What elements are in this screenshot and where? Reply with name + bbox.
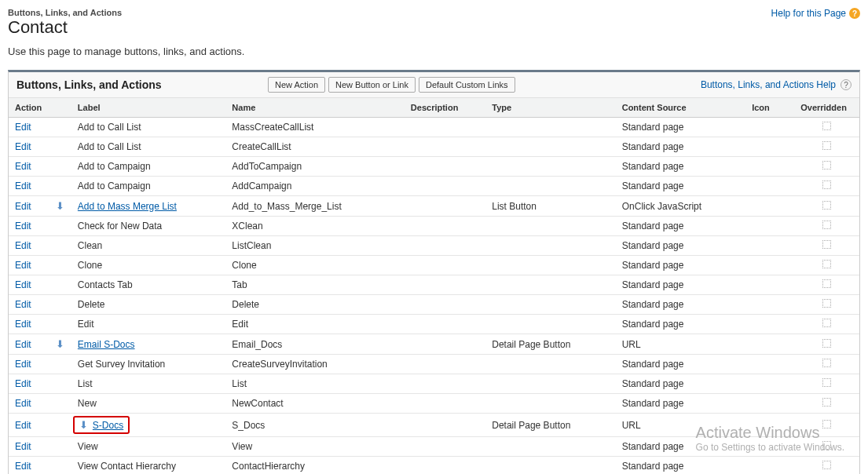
overridden-checkbox	[822, 240, 831, 249]
edit-link[interactable]: Edit	[15, 161, 31, 172]
breadcrumb: Buttons, Links, and Actions	[8, 8, 122, 17]
column-overridden: Overridden	[794, 98, 859, 118]
help-for-this-page-link[interactable]: Help for this Page ?	[771, 8, 860, 19]
help-icon: ?	[849, 8, 860, 19]
row-content-source: Standard page	[616, 437, 745, 457]
overridden-checkbox	[822, 420, 831, 428]
row-name: ContactHierarchy	[225, 457, 405, 475]
row-content-source: URL	[616, 334, 745, 355]
row-label-link[interactable]: S-Docs	[93, 420, 123, 431]
row-label: Edit	[78, 319, 94, 330]
table-row: EditCleanListCleanStandard page	[9, 236, 859, 256]
overridden-checkbox	[822, 141, 831, 150]
row-label: Add to Campaign	[78, 180, 151, 191]
overridden-checkbox	[822, 201, 831, 210]
row-icon	[745, 137, 794, 157]
row-overridden	[794, 394, 859, 414]
row-description	[405, 355, 485, 374]
table-row: EditAdd to Call ListMassCreateCallListSt…	[9, 118, 859, 137]
row-type: List Button	[485, 196, 615, 217]
edit-link[interactable]: Edit	[15, 141, 31, 152]
row-content-source: Standard page	[616, 256, 745, 275]
edit-link[interactable]: Edit	[15, 378, 31, 389]
table-row: EditAdd to CampaignAddToCampaignStandard…	[9, 157, 859, 177]
edit-link[interactable]: Edit	[15, 221, 31, 232]
overridden-checkbox	[822, 279, 831, 288]
row-icon	[745, 414, 794, 437]
row-type	[485, 315, 615, 334]
download-icon: ⬇	[56, 338, 64, 350]
edit-link[interactable]: Edit	[15, 319, 31, 330]
edit-link[interactable]: Edit	[15, 359, 31, 370]
overridden-checkbox	[822, 441, 831, 450]
edit-link[interactable]: Edit	[15, 398, 31, 409]
row-icon	[745, 355, 794, 374]
row-icon	[745, 196, 794, 217]
row-overridden	[794, 437, 859, 457]
row-name: Tab	[225, 275, 405, 295]
row-icon	[745, 437, 794, 457]
row-content-source: Standard page	[616, 236, 745, 256]
row-description	[405, 236, 485, 256]
row-overridden	[794, 295, 859, 315]
row-name: CreateCallList	[225, 137, 405, 157]
row-label-link[interactable]: Add to Mass Merge List	[78, 201, 177, 212]
edit-link[interactable]: Edit	[15, 420, 31, 431]
overridden-checkbox	[822, 339, 831, 348]
table-row: EditListListStandard page	[9, 374, 859, 394]
overridden-checkbox	[822, 461, 831, 469]
row-type	[485, 374, 615, 394]
edit-link[interactable]: Edit	[15, 279, 31, 290]
row-description	[405, 137, 485, 157]
row-type	[485, 275, 615, 295]
row-icon	[745, 295, 794, 315]
page-title: Contact	[8, 17, 122, 38]
row-icon	[745, 374, 794, 394]
table-row: EditDeleteDeleteStandard page	[9, 295, 859, 315]
table-row: EditEditEditStandard page	[9, 315, 859, 334]
row-label: Add to Call List	[78, 141, 141, 152]
column-description: Description	[405, 98, 485, 118]
row-label: Contacts Tab	[78, 279, 133, 290]
overridden-checkbox	[822, 260, 831, 268]
table-row: Edit⬇S-DocsS_DocsDetail Page ButtonURL	[9, 414, 859, 437]
row-label: Clone	[78, 260, 102, 271]
row-type	[485, 118, 615, 137]
row-name: View	[225, 437, 405, 457]
row-content-source: Standard page	[616, 137, 745, 157]
overridden-checkbox	[822, 359, 831, 367]
edit-link[interactable]: Edit	[15, 299, 31, 310]
edit-link[interactable]: Edit	[15, 260, 31, 271]
row-icon	[745, 334, 794, 355]
row-name: Add_to_Mass_Merge_List	[225, 196, 405, 217]
row-icon	[745, 157, 794, 177]
row-overridden	[794, 217, 859, 236]
row-name: NewContact	[225, 394, 405, 414]
panel-title: Buttons, Links, and Actions	[16, 78, 268, 91]
edit-link[interactable]: Edit	[15, 201, 31, 212]
edit-link[interactable]: Edit	[15, 180, 31, 191]
table-row: EditContacts TabTabStandard page	[9, 275, 859, 295]
new-button-or-link-button[interactable]: New Button or Link	[328, 77, 416, 93]
table-row: EditView Contact HierarchyContactHierarc…	[9, 457, 859, 475]
edit-link[interactable]: Edit	[15, 461, 31, 472]
column-content-source: Content Source	[616, 98, 745, 118]
overridden-checkbox	[822, 180, 831, 189]
panel-help-link[interactable]: Buttons, Links, and Actions Help	[701, 79, 836, 90]
download-icon: ⬇	[56, 200, 64, 212]
table-row: Edit⬇Email S-DocsEmail_DocsDetail Page B…	[9, 334, 859, 355]
row-label: View	[78, 441, 98, 452]
row-type	[485, 256, 615, 275]
row-type	[485, 457, 615, 475]
edit-link[interactable]: Edit	[15, 339, 31, 350]
row-label-link[interactable]: Email S-Docs	[78, 339, 135, 350]
row-type: Detail Page Button	[485, 334, 615, 355]
edit-link[interactable]: Edit	[15, 122, 31, 133]
new-action-button[interactable]: New Action	[268, 77, 325, 93]
row-name: AddCampaign	[225, 177, 405, 196]
row-content-source: OnClick JavaScript	[616, 196, 745, 217]
default-custom-links-button[interactable]: Default Custom Links	[419, 77, 515, 93]
edit-link[interactable]: Edit	[15, 240, 31, 251]
edit-link[interactable]: Edit	[15, 441, 31, 452]
table-row: EditCloneCloneStandard page	[9, 256, 859, 275]
